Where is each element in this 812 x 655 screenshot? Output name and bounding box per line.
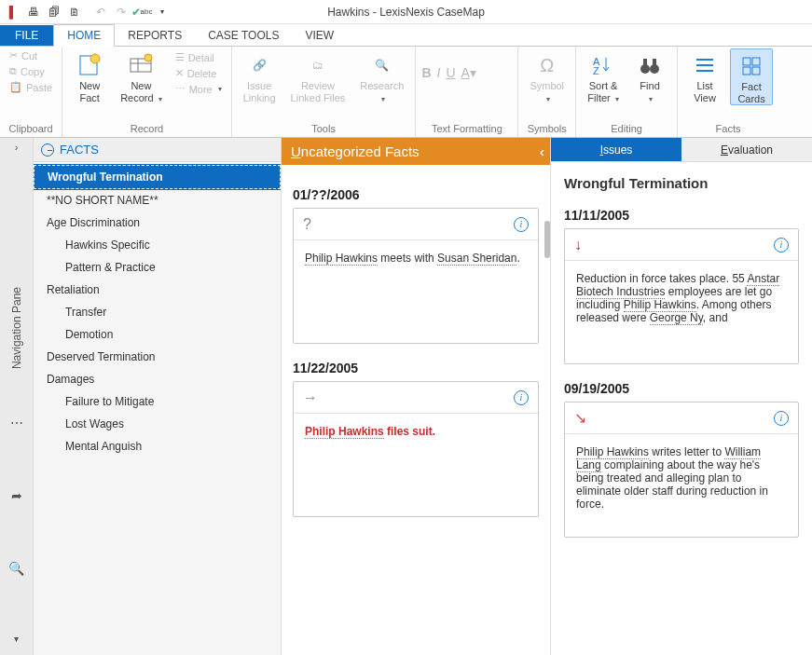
tree-item[interactable]: Deserved Termination [34, 346, 281, 368]
tree-item[interactable]: Transfer [34, 301, 281, 323]
tree-item[interactable]: Lost Wages [34, 413, 281, 435]
detail-icon: ☰ [175, 51, 185, 63]
group-label: Facts [683, 121, 773, 137]
delete-button[interactable]: ✕Delete [172, 66, 226, 80]
rail-dots-icon[interactable]: ⋯ [10, 416, 23, 430]
research-button[interactable]: 🔍 Research▾ [354, 48, 409, 103]
facts-header: FACTS [34, 138, 281, 162]
svg-rect-15 [743, 58, 750, 65]
quick-access-toolbar: ▌ 🖶 🗐 🗎 ↶ ↷ ✔abc ▾ Hawkins - LexisNexis … [0, 0, 812, 24]
chevron-down-icon: ▾ [158, 95, 162, 103]
tab-file[interactable]: FILE [0, 25, 53, 46]
center-card-area[interactable]: 01/??/2006?iPhilip Hawkins meets with Su… [282, 165, 550, 517]
binoculars-icon [637, 52, 663, 78]
tab-view[interactable]: VIEW [292, 25, 347, 46]
undo-icon[interactable]: ↶ [91, 3, 110, 21]
list-view-button[interactable]: List View [683, 48, 726, 103]
fact-body: Philip Hawkins writes letter to William … [565, 434, 798, 537]
group-editing: AZ Sort & Filter ▾ Find▾ Editing [576, 47, 678, 137]
paste-button[interactable]: 📋Paste [6, 80, 56, 94]
app-icon: ▌ [4, 3, 22, 21]
scrollbar-thumb[interactable] [544, 221, 550, 258]
tree-item[interactable]: Retaliation [34, 279, 281, 301]
tab-home[interactable]: HOME [53, 24, 115, 47]
group-tools: 🔗 Issue Linking 🗂 Review Linked Files 🔍 … [232, 47, 417, 137]
group-facts: List View Fact Cards Facts [678, 47, 778, 137]
search-icon[interactable]: 🔍 [8, 561, 24, 576]
info-icon[interactable]: i [514, 390, 529, 405]
sort-icon: AZ [590, 52, 616, 78]
group-label: Text Formatting [421, 121, 512, 137]
svg-rect-17 [743, 67, 750, 75]
svg-rect-10 [643, 59, 647, 66]
main-area: › Navigation Pane ⋯ ➦ 🔍 ▾ FACTS Wrongful… [0, 138, 812, 655]
delete-icon: ✕ [175, 67, 184, 79]
tree-item[interactable]: Damages [34, 368, 281, 390]
find-button[interactable]: Find▾ [628, 48, 671, 103]
magnifier-icon: 🔍 [369, 52, 395, 78]
svg-point-5 [145, 54, 152, 61]
tree-item[interactable]: Mental Anguish [34, 435, 281, 457]
tree-item[interactable]: Hawkins Specific [34, 234, 281, 256]
print-icon[interactable]: 🖶 [24, 3, 43, 21]
status-icon: → [303, 389, 318, 406]
sort-filter-button[interactable]: AZ Sort & Filter ▾ [582, 48, 625, 103]
tree-item[interactable]: **NO SHORT NAME** [34, 189, 281, 212]
collapse-left-icon[interactable]: ‹‹ [540, 144, 541, 159]
info-icon[interactable]: i [774, 238, 789, 252]
tree-item[interactable]: Wrongful Termination [34, 165, 281, 189]
info-icon[interactable]: i [774, 411, 789, 426]
detail-button[interactable]: ☰Detail [172, 50, 226, 64]
issue-title: Wrongful Termination [564, 175, 799, 191]
copy-icon: ⧉ [9, 65, 17, 77]
fact-cards-button[interactable]: Fact Cards [730, 48, 773, 105]
copy-button[interactable]: ⧉Copy [6, 64, 56, 78]
tree-item[interactable]: Age Discrimination [34, 212, 281, 234]
fact-body: Philip Hawkins files suit. [294, 414, 538, 516]
chevron-down-icon: ▾ [649, 95, 653, 103]
svg-point-1 [90, 54, 100, 63]
fact-card[interactable]: ↓iReduction in force takes place. 55 Ans… [564, 228, 799, 364]
review-linked-files-button[interactable]: 🗂 Review Linked Files [285, 48, 351, 103]
print-preview-icon[interactable]: 🗐 [45, 3, 63, 21]
right-tabs: Issues Evaluation [551, 138, 812, 162]
facts-header-label: FACTS [60, 143, 99, 157]
clock-icon [41, 143, 54, 157]
more-button[interactable]: ⋯More▾ [172, 82, 226, 96]
tab-case-tools[interactable]: CASE TOOLS [195, 25, 292, 46]
font-color-icon[interactable]: A▾ [461, 65, 476, 80]
tab-issues[interactable]: Issues [551, 138, 681, 161]
group-label: Record [68, 121, 226, 137]
cut-button[interactable]: ✂Cut [6, 48, 56, 62]
symbol-button[interactable]: Ω Symbol▾ [524, 48, 570, 103]
fact-card[interactable]: →iPhilip Hawkins files suit. [293, 381, 539, 517]
bold-icon[interactable]: B [421, 65, 431, 80]
info-icon[interactable]: i [514, 217, 529, 232]
tree-item[interactable]: Failure to Mitigate [34, 390, 281, 413]
redo-icon[interactable]: ↷ [112, 3, 131, 21]
more-icon: ⋯ [175, 83, 186, 95]
tree-item[interactable]: Pattern & Practice [34, 256, 281, 279]
new-fact-button[interactable]: New Fact [68, 48, 111, 103]
fact-body: Philip Hawkins meets with Susan Sheridan… [294, 240, 538, 343]
new-fact-icon [76, 52, 103, 78]
share-icon[interactable]: ➦ [11, 488, 22, 503]
page-setup-icon[interactable]: 🗎 [65, 3, 84, 21]
qat-customize-icon[interactable]: ▾ [153, 3, 172, 21]
tab-reports[interactable]: REPORTS [115, 25, 195, 46]
fact-card[interactable]: ↘iPhilip Hawkins writes letter to Willia… [564, 402, 799, 538]
new-record-icon [128, 52, 154, 78]
rail-expand-icon[interactable]: › [0, 138, 33, 157]
spellcheck-icon[interactable]: ✔abc [132, 3, 151, 21]
issue-linking-button[interactable]: 🔗 Issue Linking [238, 48, 282, 103]
fact-card[interactable]: ?iPhilip Hawkins meets with Susan Sherid… [293, 208, 539, 344]
tree-item[interactable]: Demotion [34, 323, 281, 346]
right-card-area[interactable]: Wrongful Termination 11/11/2005↓iReducti… [551, 162, 812, 538]
rail-chevron-down-icon[interactable]: ▾ [14, 634, 19, 644]
new-record-button[interactable]: New Record ▾ [115, 48, 168, 103]
tab-evaluation[interactable]: Evaluation [681, 138, 812, 161]
navigation-rail: › Navigation Pane ⋯ ➦ 🔍 ▾ [0, 138, 34, 655]
italic-icon[interactable]: I [437, 65, 441, 80]
underline-icon[interactable]: U [446, 65, 455, 80]
paste-icon: 📋 [9, 81, 22, 93]
